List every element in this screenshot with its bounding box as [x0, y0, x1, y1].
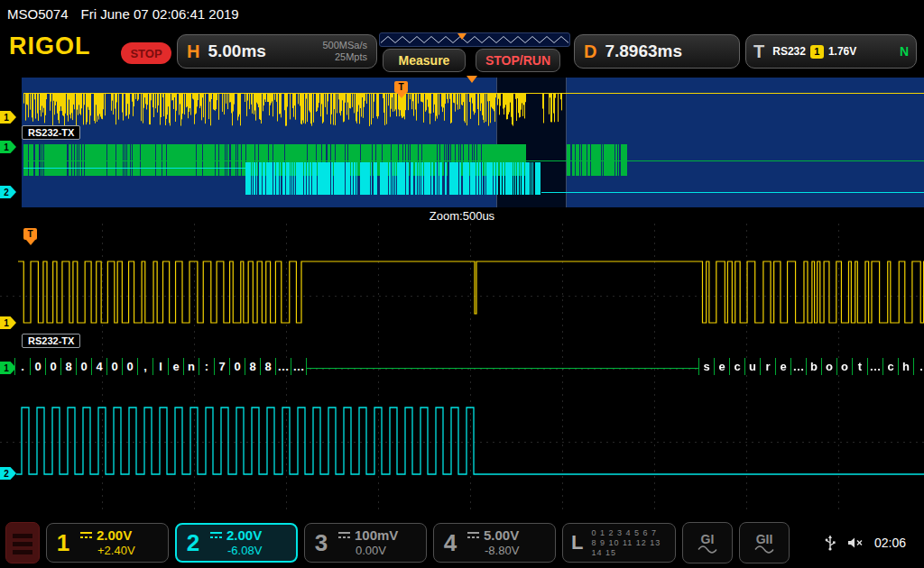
bottom-status-bar: 12.00V+2.40V22.00V-6.08V3100mV0.00V45.00… — [0, 518, 924, 568]
model-name: MSO5074 — [7, 6, 69, 22]
decode-byte: … — [791, 358, 807, 375]
decode-byte: h — [899, 358, 914, 375]
decode-byte: . — [15, 358, 31, 375]
overview-waveform-canvas — [0, 78, 924, 207]
channel-3-box[interactable]: 3100mV0.00V — [304, 523, 427, 563]
speaker-mute-icon — [847, 536, 864, 549]
overview-waveform-area: T 1 RS232-TX 1 2 — [0, 78, 924, 207]
decode-byte: 7 — [215, 358, 230, 375]
logic-channels-box[interactable]: L 0 1 2 3 4 5 6 7 8 9 10 11 12 13 14 15 — [562, 523, 676, 563]
logic-row2: 8 9 10 11 12 13 14 15 — [591, 538, 667, 558]
channel-4-box[interactable]: 45.00V-8.80V — [433, 523, 556, 563]
trigger-slope: N — [900, 44, 909, 59]
logic-tag: L — [571, 531, 583, 554]
sample-rate: 500MSa/s — [322, 40, 367, 50]
horizontal-timebase-box[interactable]: H 5.00ms 500MSa/s 25Mpts — [177, 34, 377, 69]
decode-byte: 0 — [77, 358, 92, 375]
d-tag: D — [584, 41, 596, 62]
decode-byte: 4 — [92, 358, 107, 375]
sine-wave-icon — [754, 545, 774, 554]
decode-byte: 0 — [230, 358, 245, 375]
decode-byte: 8 — [261, 358, 276, 375]
decode-bus-label: RS232-TX — [22, 125, 80, 140]
channel-offset: +2.40V — [80, 544, 135, 558]
decode-byte: u — [745, 358, 761, 375]
decode-byte: . — [914, 358, 924, 375]
channel-number: 4 — [441, 529, 459, 557]
decode-byte: n — [184, 358, 199, 375]
usb-icon — [824, 535, 836, 551]
header: RIGOL STOP H 5.00ms 500MSa/s 25Mpts Meas… — [0, 27, 924, 76]
channel-number: 3 — [312, 529, 330, 557]
coupling-icon — [80, 532, 92, 539]
channel-scale: 2.00V — [80, 527, 135, 544]
timebase-value: 5.00ms — [208, 41, 265, 61]
decode-byte: e — [715, 358, 730, 375]
decode-byte: 0 — [107, 358, 123, 375]
measure-button[interactable]: Measure — [383, 49, 466, 72]
decode-byte: b — [807, 358, 822, 375]
waveform-preview-icon — [381, 34, 568, 45]
t-tag: T — [753, 41, 764, 62]
channel-offset: -6.08V — [210, 544, 262, 558]
channel-number: 1 — [54, 529, 72, 557]
decode-byte: s — [699, 358, 715, 375]
menu-icon[interactable] — [5, 522, 40, 563]
datetime: Fri June 07 02:06:41 2019 — [81, 6, 239, 22]
coupling-icon — [210, 532, 222, 539]
trigger-level: 1.76V — [828, 45, 856, 58]
decode-byte: 0 — [46, 358, 61, 375]
delay-value: 7.8963ms — [605, 41, 682, 61]
decode-byte: 8 — [245, 358, 261, 375]
generator1-label: GI — [701, 533, 715, 545]
decode-byte: … — [291, 358, 307, 375]
zoom-trigger-time-tag[interactable]: T — [23, 228, 37, 240]
generator2-box[interactable]: GII — [739, 522, 790, 563]
trigger-type: RS232 — [772, 45, 806, 58]
channel-1-box[interactable]: 12.00V+2.40V — [46, 523, 169, 563]
generator2-label: GII — [756, 533, 773, 545]
channel-offset: -8.80V — [467, 544, 519, 558]
decode-byte: r — [761, 358, 776, 375]
decode-byte: 0 — [123, 358, 138, 375]
trigger-position-icon — [457, 33, 467, 44]
channel-scale: 2.00V — [210, 527, 262, 544]
zoom-scale-label: Zoom:500us — [0, 209, 924, 223]
trigger-box[interactable]: T RS232 1 1.76V N — [745, 34, 917, 69]
trigger-time-tag[interactable]: T — [394, 81, 408, 93]
channel-scale: 100mV — [338, 527, 398, 544]
decode-byte: : — [199, 358, 215, 375]
h-tag: H — [187, 41, 199, 62]
decode-byte: c — [883, 358, 899, 375]
logic-row1: 0 1 2 3 4 5 6 7 — [591, 528, 667, 538]
decode-byte: 8 — [61, 358, 77, 375]
channel-offset: 0.00V — [338, 544, 398, 558]
decode-byte: e — [776, 358, 791, 375]
rs232-decode-right: secure…boot…ch. — [698, 358, 924, 375]
title-bar: MSO5074 Fri June 07 02:06:41 2019 — [0, 0, 924, 27]
rs232-decode-left: .0080400,len:7088…… — [14, 358, 307, 375]
delay-box[interactable]: D 7.8963ms — [574, 34, 740, 69]
decode-byte: e — [169, 358, 184, 375]
decode-byte: , — [138, 358, 153, 375]
zoom-decode-bus-label: RS232-TX — [22, 334, 80, 348]
memory-depth: 25Mpts — [335, 51, 367, 62]
timebase-position-indicator — [379, 32, 570, 47]
decode-byte: l — [153, 358, 169, 375]
rigol-logo: RIGOL — [9, 32, 91, 60]
run-state-badge: STOP — [121, 42, 171, 64]
channel-2-box[interactable]: 22.00V-6.08V — [175, 523, 298, 563]
oscilloscope-screen: MSO5074 Fri June 07 02:06:41 2019 RIGOL … — [0, 0, 924, 568]
trigger-source-badge: 1 — [810, 45, 824, 59]
stop-run-button[interactable]: STOP/RUN — [476, 49, 560, 72]
channel-scale: 5.00V — [467, 527, 519, 544]
generator1-box[interactable]: GI — [682, 522, 733, 563]
coupling-icon — [467, 532, 479, 539]
decode-byte: t — [853, 358, 868, 375]
clock: 02:06 — [874, 536, 906, 550]
channel-number: 2 — [184, 529, 202, 557]
decode-byte: c — [730, 358, 745, 375]
zoom-center-marker-icon[interactable] — [467, 76, 477, 88]
decode-byte: o — [837, 358, 853, 375]
coupling-icon — [338, 532, 350, 539]
